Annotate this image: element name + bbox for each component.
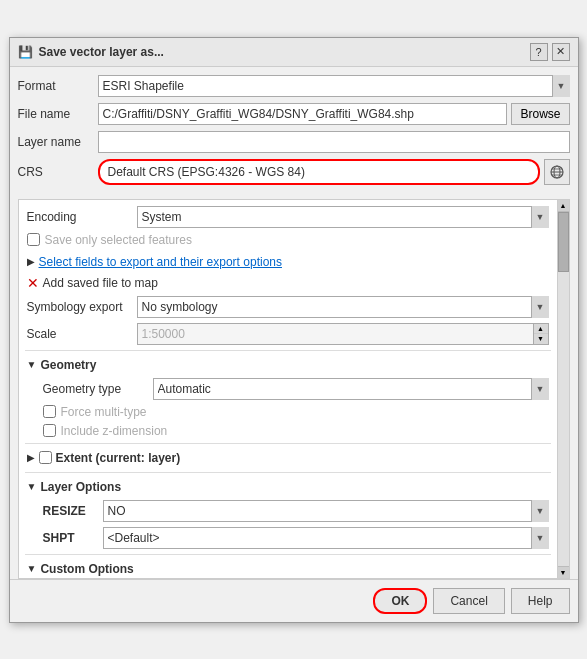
add-saved-label: Add saved file to map — [43, 276, 158, 290]
add-saved-x-icon: ✕ — [27, 275, 39, 291]
encoding-label: Encoding — [27, 210, 137, 224]
filename-label: File name — [18, 107, 98, 121]
geometry-type-row: Geometry type Automatic ▼ — [41, 378, 551, 400]
crs-row: CRS — [18, 159, 570, 185]
include-z-row: Include z-dimension — [41, 424, 551, 438]
cancel-button[interactable]: Cancel — [433, 588, 504, 614]
crs-input-wrapper — [98, 159, 540, 185]
title-bar-left: 💾 Save vector layer as... — [18, 45, 164, 59]
shpt-label: SHPT — [43, 531, 103, 545]
globe-icon — [549, 164, 565, 180]
format-row: Format ESRI Shapefile ▼ — [18, 75, 570, 97]
scroll-down-btn[interactable]: ▼ — [558, 566, 569, 578]
save-only-row: Save only selected features — [25, 233, 551, 247]
custom-options-header[interactable]: ▼ Custom Options — [25, 559, 551, 578]
title-bar: 💾 Save vector layer as... ? ✕ — [10, 38, 578, 67]
scale-input[interactable] — [137, 323, 533, 345]
geometry-sub-section: Geometry type Automatic ▼ Force multi-ty… — [25, 378, 551, 438]
symbology-label: Symbology export — [27, 300, 137, 314]
encoding-row: Encoding System ▼ — [25, 206, 551, 228]
title-bar-right: ? ✕ — [530, 43, 570, 61]
crs-globe-button[interactable] — [544, 159, 570, 185]
layer-options-label: Layer Options — [40, 480, 121, 494]
scale-label: Scale — [27, 327, 137, 341]
layer-options-arrow: ▼ — [27, 481, 37, 492]
geometry-type-select[interactable]: Automatic — [153, 378, 549, 400]
layer-options-sub-section: RESIZE NO ▼ SHPT <Default> — [25, 500, 551, 549]
resize-label: RESIZE — [43, 504, 103, 518]
extent-arrow: ▶ — [27, 452, 35, 463]
divider-2 — [25, 443, 551, 444]
extent-label: Extent (current: layer) — [56, 451, 181, 465]
scale-up-btn[interactable]: ▲ — [534, 324, 548, 334]
scroll-thumb[interactable] — [558, 212, 569, 272]
crs-input[interactable] — [98, 159, 540, 185]
divider-1 — [25, 350, 551, 351]
scale-down-btn[interactable]: ▼ — [534, 333, 548, 344]
dialog-icon: 💾 — [18, 45, 33, 59]
layer-options-header[interactable]: ▼ Layer Options — [25, 477, 551, 497]
geometry-collapse-arrow: ▼ — [27, 359, 37, 370]
select-fields-label: Select fields to export and their export… — [39, 255, 282, 269]
scale-input-group: ▲ ▼ — [137, 323, 549, 345]
scrollbar[interactable]: ▲ ▼ — [557, 200, 569, 578]
shpt-select[interactable]: <Default> — [103, 527, 549, 549]
divider-4 — [25, 554, 551, 555]
force-multi-checkbox[interactable] — [43, 405, 56, 418]
layername-label: Layer name — [18, 135, 98, 149]
add-saved-row: ✕ Add saved file to map — [25, 275, 551, 291]
extent-header[interactable]: ▶ Extent (current: layer) — [25, 448, 551, 468]
close-title-btn[interactable]: ✕ — [552, 43, 570, 61]
scale-spinner: ▲ ▼ — [533, 323, 549, 345]
include-z-label: Include z-dimension — [61, 424, 168, 438]
symbology-select-wrapper: No symbology ▼ — [137, 296, 549, 318]
format-select-wrapper: ESRI Shapefile ▼ — [98, 75, 570, 97]
ok-button[interactable]: OK — [373, 588, 427, 614]
filename-row: File name Browse — [18, 103, 570, 125]
geometry-type-select-wrapper: Automatic ▼ — [153, 378, 549, 400]
help-button[interactable]: Help — [511, 588, 570, 614]
shpt-row: SHPT <Default> ▼ — [41, 527, 551, 549]
custom-options-arrow: ▼ — [27, 563, 37, 574]
custom-options-label: Custom Options — [40, 562, 133, 576]
geometry-type-label: Geometry type — [43, 382, 153, 396]
encoding-select[interactable]: System — [137, 206, 549, 228]
scroll-up-btn[interactable]: ▲ — [558, 200, 569, 212]
crs-label: CRS — [18, 165, 98, 179]
symbology-select[interactable]: No symbology — [137, 296, 549, 318]
select-fields-header[interactable]: ▶ Select fields to export and their expo… — [25, 252, 551, 272]
browse-button[interactable]: Browse — [511, 103, 569, 125]
button-bar: OK Cancel Help — [10, 579, 578, 622]
scroll-content[interactable]: Encoding System ▼ Save only selected fea… — [19, 200, 557, 578]
save-only-checkbox[interactable] — [27, 233, 40, 246]
save-only-label: Save only selected features — [45, 233, 192, 247]
dialog-window: 💾 Save vector layer as... ? ✕ Format ESR… — [9, 37, 579, 623]
extent-checkbox[interactable] — [39, 451, 52, 464]
shpt-select-wrapper: <Default> ▼ — [103, 527, 549, 549]
format-label: Format — [18, 79, 98, 93]
layername-row: Layer name — [18, 131, 570, 153]
resize-select-wrapper: NO ▼ — [103, 500, 549, 522]
force-multi-row: Force multi-type — [41, 405, 551, 419]
resize-row: RESIZE NO ▼ — [41, 500, 551, 522]
filename-input[interactable] — [98, 103, 508, 125]
resize-select[interactable]: NO — [103, 500, 549, 522]
format-select[interactable]: ESRI Shapefile — [98, 75, 570, 97]
help-title-btn[interactable]: ? — [530, 43, 548, 61]
select-fields-arrow: ▶ — [27, 256, 35, 267]
dialog-title: Save vector layer as... — [39, 45, 164, 59]
force-multi-label: Force multi-type — [61, 405, 147, 419]
scroll-track — [558, 212, 569, 566]
layername-input[interactable] — [98, 131, 570, 153]
filename-input-group: Browse — [98, 103, 570, 125]
encoding-select-wrapper: System ▼ — [137, 206, 549, 228]
include-z-checkbox[interactable] — [43, 424, 56, 437]
divider-3 — [25, 472, 551, 473]
geometry-label: Geometry — [40, 358, 96, 372]
symbology-row: Symbology export No symbology ▼ — [25, 296, 551, 318]
scale-row: Scale ▲ ▼ — [25, 323, 551, 345]
top-section: Format ESRI Shapefile ▼ File name Browse… — [10, 67, 578, 199]
geometry-header[interactable]: ▼ Geometry — [25, 355, 551, 375]
scroll-container: Encoding System ▼ Save only selected fea… — [18, 199, 570, 579]
